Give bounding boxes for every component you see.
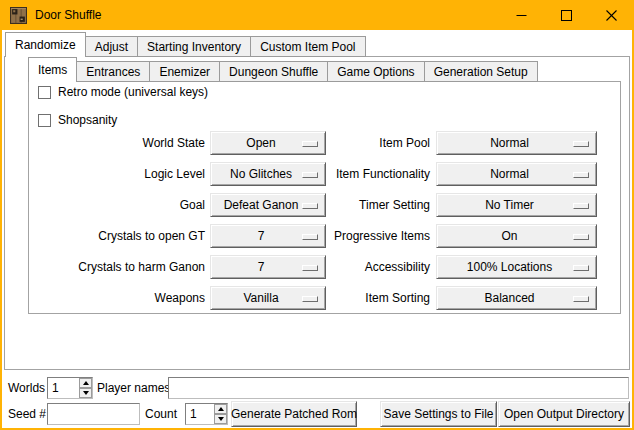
- shopsanity-label: Shopsanity: [58, 113, 117, 127]
- dropdown-value: Open: [246, 136, 289, 150]
- dropdown-value: Normal: [490, 167, 543, 181]
- down-arrow-icon: [83, 391, 89, 395]
- close-icon: [606, 10, 617, 21]
- dropdown-item-sorting[interactable]: Balanced: [436, 286, 597, 310]
- generate-rom-button-label: Generate Patched Rom: [231, 407, 357, 421]
- minimize-icon: [516, 10, 527, 21]
- dropdown-item-functionality[interactable]: Normal: [436, 162, 597, 186]
- subtab-dungeon-shuffle[interactable]: Dungeon Shuffle: [219, 61, 328, 82]
- close-button[interactable]: [589, 0, 634, 30]
- tab-starting-inventory[interactable]: Starting Inventory: [137, 36, 251, 57]
- seed-field: [47, 403, 140, 425]
- window-title: Door Shuffle: [35, 8, 102, 22]
- tab-label: Entrances: [86, 65, 140, 79]
- accessibility-label: Accessibility: [300, 255, 430, 279]
- dropdown-progressive-items[interactable]: On: [436, 224, 597, 248]
- subtab-items[interactable]: Items: [28, 57, 77, 82]
- tab-label: Starting Inventory: [147, 40, 241, 54]
- logic-level-label: Logic Level: [33, 162, 205, 186]
- shopsanity-checkbox[interactable]: [38, 114, 51, 127]
- dropdown-value: Vanilla: [243, 291, 292, 305]
- dropdown-value: No Timer: [485, 198, 548, 212]
- item-sorting-label: Item Sorting: [300, 286, 430, 310]
- dropdown-value: Normal: [490, 136, 543, 150]
- retro-mode-checkbox-row: Retro mode (universal keys): [38, 84, 208, 100]
- menu-indicator-icon: [573, 172, 589, 178]
- count-spin-up-button[interactable]: [214, 404, 227, 414]
- open-output-button[interactable]: Open Output Directory: [498, 401, 630, 427]
- generate-rom-button[interactable]: Generate Patched Rom: [231, 401, 357, 427]
- count-input[interactable]: [186, 404, 214, 424]
- crystals-harm-ganon-label: Crystals to harm Ganon: [33, 255, 205, 279]
- door-shuffle-window: Door Shuffle Randomize Adjust Starting I…: [0, 0, 634, 430]
- timer-setting-label: Timer Setting: [300, 193, 430, 217]
- tab-label: Adjust: [95, 40, 128, 54]
- count-spin-down-button[interactable]: [214, 414, 227, 424]
- window-controls: [499, 0, 634, 30]
- count-spin-buttons: [214, 404, 227, 424]
- worlds-spin-down-button[interactable]: [79, 388, 92, 398]
- tab-custom-item-pool[interactable]: Custom Item Pool: [250, 36, 365, 57]
- down-arrow-icon: [218, 417, 224, 421]
- worlds-spin-buttons: [79, 378, 92, 398]
- minimize-button[interactable]: [499, 0, 544, 30]
- tab-adjust[interactable]: Adjust: [85, 36, 138, 57]
- dropdown-value: On: [501, 229, 531, 243]
- dropdown-timer-setting[interactable]: No Timer: [436, 193, 597, 217]
- save-settings-button-label: Save Settings to File: [383, 407, 493, 421]
- player-names-input[interactable]: [169, 378, 628, 398]
- dropdown-accessibility[interactable]: 100% Locations: [436, 255, 597, 279]
- tab-label: Custom Item Pool: [260, 40, 355, 54]
- count-label: Count: [145, 403, 177, 425]
- world-state-label: World State: [33, 131, 205, 155]
- item-functionality-label: Item Functionality: [300, 162, 430, 186]
- menu-indicator-icon: [573, 265, 589, 271]
- dropdown-value: 7: [258, 260, 279, 274]
- subtab-generation-setup[interactable]: Generation Setup: [424, 61, 538, 82]
- up-arrow-icon: [83, 381, 89, 385]
- progressive-items-label: Progressive Items: [300, 224, 430, 248]
- save-settings-button[interactable]: Save Settings to File: [380, 401, 497, 427]
- dropdown-value: 7: [258, 229, 279, 243]
- tab-label: Randomize: [15, 38, 76, 52]
- player-names-field: [168, 377, 629, 399]
- seed-label: Seed #: [8, 403, 46, 425]
- tab-randomize[interactable]: Randomize: [5, 32, 86, 57]
- player-names-label: Player names: [97, 377, 170, 399]
- worlds-spin-up-button[interactable]: [79, 378, 92, 388]
- tab-label: Generation Setup: [434, 65, 528, 79]
- item-pool-label: Item Pool: [300, 131, 430, 155]
- tab-label: Enemizer: [159, 65, 210, 79]
- tab-label: Game Options: [337, 65, 414, 79]
- dropdown-value: 100% Locations: [467, 260, 566, 274]
- tab-label: Items: [38, 63, 67, 77]
- tab-label: Dungeon Shuffle: [229, 65, 318, 79]
- menu-indicator-icon: [573, 141, 589, 147]
- maximize-icon: [561, 10, 572, 21]
- dropdown-item-pool[interactable]: Normal: [436, 131, 597, 155]
- subtab-enemizer[interactable]: Enemizer: [149, 61, 220, 82]
- up-arrow-icon: [218, 407, 224, 411]
- maximize-button[interactable]: [544, 0, 589, 30]
- titlebar: Door Shuffle: [0, 0, 634, 30]
- worlds-input[interactable]: [48, 378, 79, 398]
- crystals-open-gt-label: Crystals to open GT: [33, 224, 205, 248]
- open-output-button-label: Open Output Directory: [504, 407, 624, 421]
- dropdown-value: Balanced: [484, 291, 548, 305]
- menu-indicator-icon: [573, 234, 589, 240]
- weapons-label: Weapons: [33, 286, 205, 310]
- seed-input[interactable]: [48, 404, 139, 424]
- shopsanity-checkbox-row: Shopsanity: [38, 112, 117, 128]
- subtab-entrances[interactable]: Entrances: [76, 61, 150, 82]
- count-spinbox[interactable]: [185, 403, 228, 425]
- dropdown-value: No Glitches: [230, 167, 306, 181]
- menu-indicator-icon: [573, 203, 589, 209]
- menu-indicator-icon: [573, 296, 589, 302]
- worlds-spinbox[interactable]: [47, 377, 93, 399]
- retro-mode-checkbox[interactable]: [38, 86, 51, 99]
- main-tab-bar: Randomize Adjust Starting Inventory Cust…: [5, 32, 365, 57]
- retro-mode-label: Retro mode (universal keys): [58, 85, 208, 99]
- subtab-game-options[interactable]: Game Options: [327, 61, 424, 82]
- sub-tab-bar: Items Entrances Enemizer Dungeon Shuffle…: [28, 57, 537, 82]
- door-icon: [10, 7, 27, 24]
